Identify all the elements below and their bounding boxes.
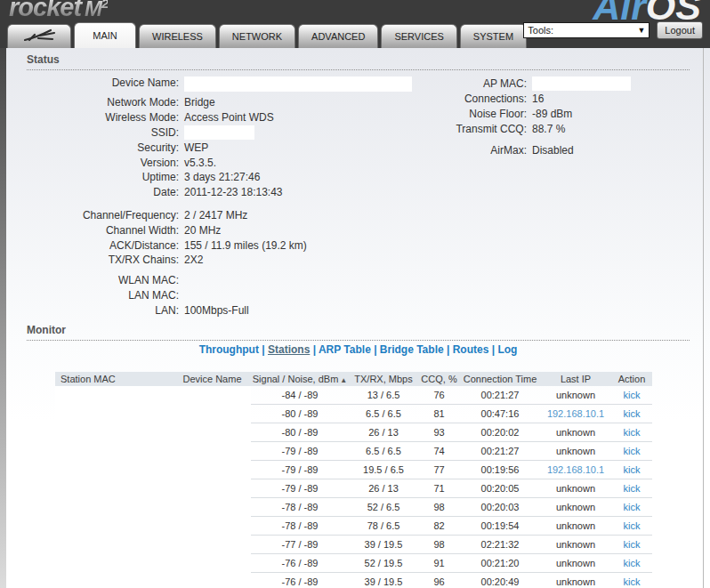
kick-link[interactable]: kick [624,558,641,568]
field-row: SSID: [27,125,423,141]
tab-system[interactable]: SYSTEM [460,24,527,48]
field-label: AirMax: [418,144,532,157]
link-separator: | [310,343,319,356]
station-row: -76 / -8952 / 19.59100:21:20unknownkick [55,554,652,573]
cell-last-ip: 192.168.10.1 [540,405,611,423]
monitor-link-arp-table[interactable]: ARP Table [319,343,371,356]
kick-link[interactable]: kick [624,502,641,512]
tab-main[interactable]: MAIN [74,22,136,48]
field-row: ACK/Distance:155 / 11.9 miles (19.2 km) [27,238,423,253]
column-header-device-name[interactable]: Device Name [173,372,251,386]
cell-txrx: 19.5 / 6.5 [349,461,418,479]
cell-signal-noise: -79 / -89 [251,461,349,479]
last-ip-link[interactable]: 192.168.10.1 [547,408,604,419]
cell-time: 00:20:49 [460,573,540,588]
kick-link[interactable]: kick [624,539,641,550]
status-section-title: Status [27,53,690,70]
field-label: Connections: [418,93,532,105]
kick-link[interactable]: kick [624,446,641,456]
station-row: -79 / -8919.5 / 6.57700:19:56192.168.10.… [55,461,652,479]
cell-txrx: 26 / 13 [349,479,418,498]
field-value: Bridge [184,96,423,109]
kick-link[interactable]: kick [624,427,641,438]
tab-wireless[interactable]: WIRELESS [139,24,216,48]
left-edge-decoration [0,48,6,588]
field-value: 155 / 11.9 miles (19.2 km) [184,239,423,252]
column-header-connection-time[interactable]: Connection Time [460,372,540,386]
kick-link[interactable]: kick [624,520,641,531]
content-area: Status Device Name:Network Mode:BridgeWi… [0,48,710,588]
cell-device-name [173,536,251,554]
cell-station-mac [55,479,173,498]
field-row: AirMax:Disabled [418,142,690,157]
cell-ccq: 76 [418,386,460,405]
field-value: 2X2 [184,254,423,266]
monitor-link-log[interactable]: Log [497,343,517,356]
field-row: Noise Floor:-89 dBm [418,107,690,122]
field-value: 2011-12-23 18:13:43 [184,186,423,198]
kick-link[interactable]: kick [624,408,641,419]
cell-station-mac [55,405,173,423]
station-row: -80 / -896.5 / 6.58100:47:16192.168.10.1… [55,405,652,423]
monitor-link-stations[interactable]: Stations [268,343,310,356]
field-row: WLAN MAC: [27,273,423,288]
field-label: Channel/Frequency: [27,209,184,222]
tab-services[interactable]: SERVICES [381,24,456,48]
tools-dropdown-label: Tools: [528,25,553,36]
field-value: 2 / 2417 MHz [184,209,423,222]
tab-advanced[interactable]: ADVANCED [298,24,378,48]
field-row: Security:WEP [27,140,423,155]
cell-last-ip: unknown [540,536,611,554]
app-header: rocketM2 AirOS MAINWIRELESSNETWORKADVAN [0,0,710,48]
column-header-last-ip[interactable]: Last IP [540,372,611,386]
monitor-link-routes[interactable]: Routes [453,343,489,356]
field-row: TX/RX Chains:2X2 [27,253,423,268]
field-label: Version: [27,157,184,169]
tab-network[interactable]: NETWORK [219,24,295,48]
cell-last-ip: 192.168.10.1 [540,461,611,479]
header-controls: Tools: ▼ Logout [523,21,703,39]
column-header-action[interactable]: Action [611,372,652,386]
link-separator: | [371,343,380,356]
kick-link[interactable]: kick [624,483,641,494]
monitor-section-title: Monitor [27,324,690,341]
cell-time: 00:21:27 [460,442,540,461]
cell-signal-noise: -76 / -89 [251,554,349,573]
field-label: Date: [27,186,184,198]
cell-ccq: 93 [418,423,460,442]
cell-action: kick [611,461,652,479]
column-header-station-mac[interactable]: Station MAC [55,372,173,386]
cell-device-name [173,573,251,588]
field-label: Uptime: [27,171,184,183]
tools-dropdown[interactable]: Tools: ▼ [523,22,649,38]
column-header-ccq[interactable]: CCQ, % [418,372,460,386]
field-label: LAN: [27,304,184,317]
station-row: -76 / -8939 / 19.59600:20:49unknownkick [55,573,652,588]
column-header-signal-noise-dbm[interactable]: Signal / Noise, dBm▲ [251,372,349,386]
field-value: 20 MHz [184,224,423,237]
last-ip-link[interactable]: 192.168.10.1 [547,464,604,475]
redacted-value-box [184,125,254,140]
monitor-nav-links: Throughput | Stations | ARP Table | Brid… [27,343,690,356]
cell-action: kick [611,498,652,517]
cell-action: kick [611,386,652,405]
cell-ccq: 98 [418,536,460,554]
cell-action: kick [611,573,652,588]
kick-link[interactable]: kick [624,464,641,475]
right-edge-border [703,48,704,588]
logout-button[interactable]: Logout [657,21,703,39]
kick-link[interactable]: kick [624,576,641,587]
monitor-link-throughput[interactable]: Throughput [199,343,259,356]
kick-link[interactable]: kick [624,390,641,400]
tab-ubiquiti-logo[interactable] [7,24,71,48]
field-row: Channel Width:20 MHz [27,222,423,238]
cell-signal-noise: -77 / -89 [251,536,349,554]
cell-signal-noise: -80 / -89 [251,423,349,442]
column-header-tx-rx-mbps[interactable]: TX/RX, Mbps [349,372,418,386]
field-label: LAN MAC: [27,289,184,302]
cell-signal-noise: -76 / -89 [251,573,349,588]
cell-ccq: 74 [418,442,460,461]
monitor-link-bridge-table[interactable]: Bridge Table [380,343,444,356]
status-fields-right: AP MAC:Connections:16Noise Floor:-89 dBm… [418,77,690,157]
cell-time: 00:19:54 [460,517,540,536]
